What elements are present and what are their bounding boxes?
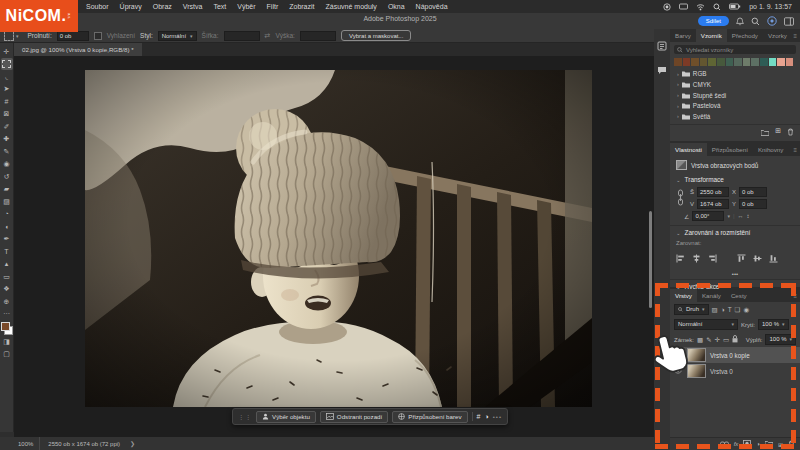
clone-stamp-tool[interactable]: ◉ [1,158,13,171]
crop-tool[interactable]: # [1,95,13,108]
menu-obraz[interactable]: Obraz [153,3,172,10]
more-align-options[interactable]: ••• [670,269,800,279]
share-button[interactable]: Sdílet [698,16,729,26]
search-icon[interactable] [751,17,760,26]
swatch[interactable] [769,58,777,66]
zoom-tool[interactable]: ⊕ [1,295,13,308]
comments-panel-icon[interactable] [657,61,667,79]
taskbar-drag-handle[interactable]: ⋮⋮ [238,413,252,420]
new-swatch-icon[interactable]: ⊞ [775,127,781,135]
swatch[interactable] [691,58,699,66]
transform-section-header[interactable]: ⌄Transformace [670,173,800,186]
opacity-input[interactable]: 100 % ▾ [758,319,789,330]
document-tab[interactable]: 02.jpg @ 100% (Vrstva 0 kopie,RGB/8) * [14,43,142,56]
style-select[interactable]: Normální▾ [158,31,197,41]
select-and-mask-button[interactable]: Vybrat a maskovat... [341,30,411,41]
new-group-icon[interactable] [761,122,769,140]
dodge-tool[interactable]: ◖ [1,220,13,233]
delete-swatch-icon[interactable] [787,122,794,140]
tab-cesty[interactable]: Cesty [726,289,752,302]
rectangular-marquee-tool[interactable] [1,58,13,71]
healing-brush-tool[interactable]: ✚ [1,133,13,146]
lock-transparency-icon[interactable]: ▩ [697,336,703,344]
menu-filtr[interactable]: Filtr [267,3,279,10]
zoom-level-field[interactable]: 100% [0,437,40,450]
menu-vrstva[interactable]: Vrstva [183,3,203,10]
remove-background-button[interactable]: Odstranit pozadí [320,411,388,423]
swatch[interactable] [743,58,751,66]
swatch-group-rgb[interactable]: › RGB [670,69,800,80]
swatch-group-grayscale[interactable]: › Stupně šedi [670,90,800,101]
history-brush-tool[interactable]: ↺ [1,170,13,183]
antialias-checkbox[interactable] [94,32,102,40]
panel-menu-icon[interactable]: ≡ [793,143,800,156]
swatch[interactable] [760,58,768,66]
display-icon[interactable] [679,3,688,11]
swatch[interactable] [726,58,734,66]
filter-type-layers-icon[interactable]: T [728,306,732,313]
swatch[interactable] [708,58,716,66]
swatch[interactable] [777,58,785,66]
object-selection-tool[interactable]: ➤ [1,83,13,96]
eyedropper-tool[interactable]: ✐ [1,120,13,133]
tab-vzorky[interactable]: Vzorky [763,29,792,42]
document-image[interactable] [85,70,592,407]
width-input[interactable] [224,31,260,41]
align-left-icon[interactable] [676,249,685,267]
wifi-icon[interactable] [696,3,705,11]
swatch[interactable] [674,58,682,66]
align-top-icon[interactable] [737,249,746,267]
transform-x-input[interactable]: 0 ob [739,187,767,197]
filter-adjustment-layers-icon[interactable]: ◑ [721,306,725,313]
tab-vrstvy[interactable]: Vrstvy [670,289,697,302]
menu-zasuvne-moduly[interactable]: Zásuvné moduly [326,3,377,10]
menu-zobrazit[interactable]: Zobrazit [289,3,314,10]
menu-vyber[interactable]: Výběr [237,3,255,10]
lock-position-icon[interactable]: ✛ [715,336,720,344]
tool-preset-picker[interactable]: ▾ [4,31,19,41]
transform-y-input[interactable]: 0 ob [739,199,767,209]
swatch-group-cmyk[interactable]: › CMYK [670,79,800,90]
shape-tool[interactable]: ▭ [1,270,13,283]
swatch[interactable] [734,58,742,66]
tab-prechody[interactable]: Přechody [727,29,763,42]
tab-knihovny[interactable]: Knihovny [753,143,788,156]
swatch[interactable] [786,58,794,66]
notifications-bell-icon[interactable] [736,17,744,26]
transform-width-input[interactable]: 2550 ob [697,187,729,197]
tab-vlastnosti[interactable]: Vlastnosti [670,143,707,156]
crop-taskbar-icon[interactable]: # [477,413,481,420]
select-subject-button[interactable]: Výběr objektu [256,411,316,423]
swatch[interactable] [683,58,691,66]
menu-text[interactable]: Text [213,3,226,10]
layer-filter-select[interactable]: Druh ▾ [674,304,709,315]
align-right-icon[interactable] [708,249,717,267]
swatch[interactable] [700,58,708,66]
lock-pixels-icon[interactable]: ✎ [706,336,711,344]
adjust-colors-button[interactable]: Přizpůsobení barev [392,411,467,423]
swatch-group-light[interactable]: › Světlá [670,111,800,122]
quick-mask-button[interactable]: ◨ [1,335,13,348]
menu-soubor[interactable]: Soubor [86,3,109,10]
workspace-layout-icon[interactable] [784,17,794,26]
link-dimensions-icon[interactable]: ⇄ [265,32,271,40]
hand-tool[interactable]: ❖ [1,283,13,296]
filter-shape-layers-icon[interactable]: ❏ [735,306,741,314]
feather-input[interactable]: 0 ob [57,31,89,41]
screen-mode-button[interactable]: ▢ [1,348,13,361]
gradient-tool[interactable]: ▨ [1,195,13,208]
blur-tool[interactable]: ◔ [1,208,13,221]
tab-barvy[interactable]: Barvy [670,29,696,42]
tab-prizpusobeni[interactable]: Přizpůsobení [707,143,753,156]
canvas-vertical-scrollbar[interactable] [649,211,652,308]
move-tool[interactable]: ✛ [1,45,13,58]
taskbar-more-button[interactable]: ••• [493,414,502,420]
canvas-area[interactable]: ⋮⋮ Výběr objektu Odstranit pozadí Přizpů… [14,56,654,437]
swatch-search-input[interactable]: Vyhledat vzorníky [674,45,796,54]
history-panel-icon[interactable] [657,37,667,55]
lock-artboard-icon[interactable]: ▭ [723,336,729,344]
spotlight-search-icon[interactable] [713,3,721,11]
align-bottom-icon[interactable] [769,249,778,267]
path-selection-tool[interactable]: ▴ [1,258,13,271]
brush-tool[interactable]: ✎ [1,145,13,158]
